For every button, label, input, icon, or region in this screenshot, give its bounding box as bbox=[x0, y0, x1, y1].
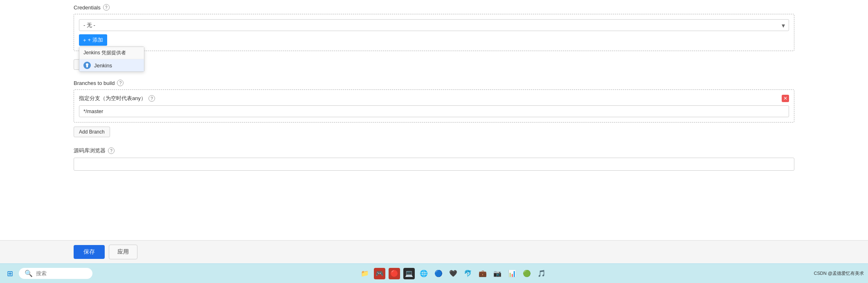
credentials-select[interactable]: - 无 - bbox=[79, 19, 789, 31]
source-browser-section: 源码库浏览器 ? bbox=[74, 147, 794, 171]
search-bar: 🔍 bbox=[19, 268, 92, 279]
taskbar-left: ⊞ 🔍 bbox=[4, 268, 92, 279]
main-content: Credentials ? - 无 - ▾ + + 添加 Jenkins 凭据提… bbox=[0, 0, 868, 240]
svg-rect-1 bbox=[86, 65, 88, 67]
taskbar-watermark: CSDN @孟德爱忆有美求 bbox=[814, 270, 864, 276]
branch-specify-help-icon[interactable]: ? bbox=[148, 95, 155, 102]
taskbar-center: 📁 🎮 🔴 💻 🌐 🔵 🖤 🐬 💼 📷 📊 🟢 🎵 bbox=[359, 268, 547, 279]
branch-input[interactable] bbox=[79, 105, 789, 117]
dropdown-header: Jenkins 凭据提供者 bbox=[79, 47, 144, 59]
branch-specify-label: 指定分支（为空时代表any） bbox=[79, 95, 146, 102]
taskbar-icon-red[interactable]: 🔴 bbox=[389, 268, 400, 279]
add-branch-button[interactable]: Add Branch bbox=[74, 127, 110, 137]
branch-label-row: 指定分支（为空时代表any） ? ✕ bbox=[79, 95, 789, 102]
taskbar-icon-folder[interactable]: 📁 bbox=[359, 268, 371, 279]
branches-help-icon[interactable]: ? bbox=[117, 80, 124, 86]
apply-button[interactable]: 应用 bbox=[109, 245, 137, 259]
taskbar-icon-game[interactable]: 🎮 bbox=[374, 268, 385, 279]
jenkins-item-label: Jenkins bbox=[94, 62, 112, 69]
taskbar-icon-dev[interactable]: 💻 bbox=[403, 268, 415, 279]
taskbar-icon-chrome[interactable]: 🔵 bbox=[433, 268, 444, 279]
source-browser-label: 源码库浏览器 bbox=[74, 147, 106, 154]
search-icon: 🔍 bbox=[25, 270, 33, 277]
source-browser-box bbox=[74, 158, 794, 171]
search-input[interactable] bbox=[36, 270, 85, 276]
credentials-section: Credentials ? - 无 - ▾ + + 添加 Jenkins 凭据提… bbox=[74, 0, 794, 59]
branches-label-row: Branches to build ? bbox=[74, 80, 794, 86]
taskbar-icon-app7[interactable]: 🎵 bbox=[536, 268, 547, 279]
branches-label: Branches to build bbox=[74, 80, 115, 86]
remove-branch-button[interactable]: ✕ bbox=[782, 95, 789, 102]
taskbar-icon-app1[interactable]: 🖤 bbox=[447, 268, 459, 279]
credentials-label: Credentials bbox=[74, 4, 101, 11]
credentials-dropdown-popup: Jenkins 凭据提供者 Jenkins bbox=[79, 47, 144, 72]
taskbar-icon-app6[interactable]: 🟢 bbox=[521, 268, 533, 279]
taskbar: ⊞ 🔍 📁 🎮 🔴 💻 🌐 🔵 🖤 🐬 💼 📷 📊 🟢 🎵 CSDN @孟德爱忆… bbox=[0, 263, 868, 283]
taskbar-icon-edge[interactable]: 🌐 bbox=[418, 268, 430, 279]
credentials-dashed-box: - 无 - ▾ + + 添加 Jenkins 凭据提供者 bbox=[74, 14, 794, 51]
plus-icon: + bbox=[83, 37, 86, 43]
source-browser-help-icon[interactable]: ? bbox=[108, 147, 115, 154]
source-browser-label-row: 源码库浏览器 ? bbox=[74, 147, 794, 154]
branch-dashed-box: 指定分支（为空时代表any） ? ✕ bbox=[74, 89, 794, 123]
save-button[interactable]: 保存 bbox=[74, 245, 105, 259]
taskbar-icon-app5[interactable]: 📊 bbox=[506, 268, 518, 279]
jenkins-icon bbox=[83, 62, 91, 69]
taskbar-icon-app4[interactable]: 📷 bbox=[492, 268, 503, 279]
windows-icon[interactable]: ⊞ bbox=[4, 268, 16, 279]
add-credentials-button[interactable]: + + 添加 bbox=[79, 34, 107, 46]
add-credentials-label: + 添加 bbox=[88, 36, 103, 44]
jenkins-dropdown-item[interactable]: Jenkins bbox=[79, 59, 144, 71]
credentials-label-row: Credentials ? bbox=[74, 4, 794, 11]
add-button-container: + + 添加 Jenkins 凭据提供者 Jenkins bbox=[79, 34, 107, 46]
credentials-select-wrapper: - 无 - ▾ bbox=[79, 19, 789, 31]
branch-label-left: 指定分支（为空时代表any） ? bbox=[79, 95, 155, 102]
credentials-help-icon[interactable]: ? bbox=[103, 4, 110, 11]
taskbar-icon-app3[interactable]: 💼 bbox=[477, 268, 488, 279]
bottom-toolbar: 保存 应用 bbox=[0, 240, 868, 263]
branches-section: Branches to build ? 指定分支（为空时代表any） ? ✕ A… bbox=[74, 80, 794, 144]
taskbar-icon-app2[interactable]: 🐬 bbox=[462, 268, 474, 279]
